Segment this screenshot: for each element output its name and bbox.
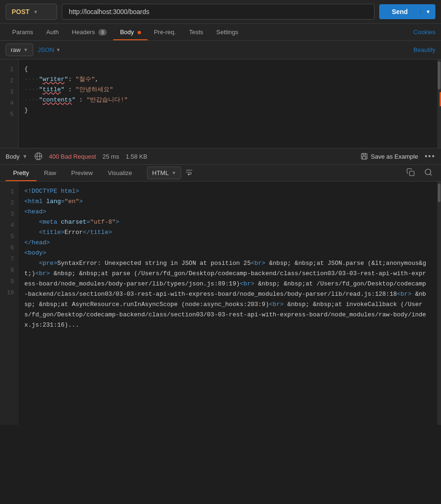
wrap-button[interactable] [181, 168, 197, 178]
response-tab-preview[interactable]: Preview [64, 165, 100, 181]
body-dropdown-label: Body [6, 153, 20, 160]
code-content[interactable]: { ····"writer": "철수", ····"title" : "안녕하… [19, 59, 441, 148]
code-line-5: } [24, 105, 441, 116]
resp-line-num-10: 10 [0, 287, 19, 299]
line-num-2: 2 [0, 75, 18, 87]
format-label: raw [11, 46, 21, 53]
response-body-dropdown[interactable]: Body ▼ [6, 153, 28, 160]
svg-point-5 [425, 169, 431, 175]
line-numbers: 1 2 3 4 5 [0, 59, 19, 148]
lang-chevron-icon: ▼ [56, 47, 61, 52]
resp-line-num-2: 2 [0, 197, 19, 209]
send-label: Send [379, 8, 420, 15]
tab-params[interactable]: Params [6, 24, 40, 40]
code-line-4: ····"contents" : "반갑습니다!" [24, 95, 441, 105]
code-line-3: ····"title" : "안녕하세요" [24, 85, 441, 95]
wrap-icon [185, 168, 193, 176]
resp-line-num-7: 7 [0, 254, 19, 265]
more-options-button[interactable]: ••• [425, 152, 435, 161]
tab-tests[interactable]: Tests [183, 24, 210, 40]
status-badge: 400 Bad Request [49, 153, 96, 160]
search-icon [424, 168, 433, 176]
line-num-4: 4 [0, 98, 18, 109]
method-chevron-icon: ▼ [33, 9, 38, 15]
response-tab-pretty[interactable]: Pretty [6, 165, 37, 181]
cookies-button[interactable]: Cookies [413, 29, 435, 36]
tab-headers[interactable]: Headers 8 [66, 24, 114, 40]
save-icon [360, 153, 368, 160]
search-button[interactable] [421, 168, 435, 178]
resp-line-7: </head> [24, 238, 441, 248]
send-button[interactable]: Send ▼ [379, 4, 435, 19]
resp-line-num-9: 9 [0, 276, 19, 287]
copy-button[interactable] [404, 168, 418, 178]
response-format-chevron-icon: ▼ [171, 170, 176, 175]
top-bar: POST ▼ Send ▼ [0, 0, 441, 24]
response-scrollbar-thumb [438, 183, 441, 202]
response-tab-raw[interactable]: Raw [37, 165, 64, 181]
body-toolbar: raw ▼ JSON ▼ Beautify [0, 41, 441, 59]
line-num-3: 3 [0, 87, 18, 98]
tab-auth[interactable]: Auth [40, 24, 66, 40]
code-line-1: { [24, 64, 441, 74]
tab-prereq[interactable]: Pre-req. [147, 24, 183, 40]
request-tabs: Params Auth Headers 8 Body Pre-req. Test… [0, 24, 441, 41]
format-chevron-icon: ▼ [23, 47, 28, 52]
response-size: 1.58 KB [125, 153, 147, 160]
code-line-2: ····"writer": "철수", [24, 74, 441, 85]
lang-dropdown[interactable]: JSON ▼ [38, 46, 61, 53]
line-num-5: 5 [0, 109, 18, 120]
globe-icon [34, 152, 43, 161]
resp-line-num-4: 4 [0, 220, 19, 231]
save-example-button[interactable]: Save as Example [360, 153, 418, 160]
resp-line-num-6: 6 [0, 242, 19, 254]
response-format-label: HTML [152, 169, 169, 176]
resp-line-5: <meta charset="utf-8"> [24, 217, 441, 227]
resp-line-1: <!DOCTYPE html> [24, 186, 441, 197]
format-dropdown[interactable]: raw ▼ [6, 44, 33, 56]
lang-label: JSON [38, 46, 54, 53]
resp-line-2: <html lang="en"> [24, 197, 441, 207]
body-chevron-icon: ▼ [22, 153, 28, 159]
tab-settings[interactable]: Settings [210, 24, 245, 40]
resp-line-9: <body> [24, 248, 441, 258]
response-time: 25 ms [103, 153, 119, 160]
line-num-1: 1 [0, 64, 18, 75]
svg-line-6 [430, 174, 431, 175]
url-input[interactable] [62, 4, 375, 20]
resp-line-num-3: 3 [0, 209, 19, 220]
send-chevron-icon: ▼ [420, 9, 435, 15]
resp-line-num-8: 8 [0, 265, 19, 276]
resp-line-num-1: 1 [0, 186, 19, 197]
save-example-label: Save as Example [371, 153, 418, 160]
editor-scrollbar-thumb [438, 61, 441, 89]
response-code-area: 1 2 3 4 5 6 7 8 9 10 <!DOCTYPE html> <ht… [0, 182, 441, 425]
response-tabs: Pretty Raw Preview Visualize HTML ▼ [0, 165, 441, 182]
response-format-dropdown[interactable]: HTML ▼ [147, 167, 181, 179]
method-dropdown[interactable]: POST ▼ [6, 4, 57, 20]
resp-line-num-5: 5 [0, 231, 19, 242]
body-dot-icon [138, 31, 141, 34]
headers-badge: 8 [98, 29, 107, 36]
copy-icon [406, 168, 415, 176]
response-scrollbar[interactable] [437, 182, 441, 425]
svg-rect-4 [410, 171, 414, 175]
response-bar: Body ▼ 400 Bad Request 25 ms 1.58 KB Sav… [0, 148, 441, 165]
resp-line-10: <pre>SyntaxError: Unexpected string in J… [24, 258, 427, 330]
beautify-button[interactable]: Beautify [413, 46, 435, 53]
response-content[interactable]: <!DOCTYPE html> <html lang="en"> <head> … [19, 182, 441, 425]
tab-body[interactable]: Body [113, 24, 147, 40]
resp-line-4: <head> [24, 207, 441, 217]
code-editor: 1 2 3 4 5 { ····"writer": "철수", ····"tit… [0, 59, 441, 148]
method-label: POST [12, 8, 29, 15]
response-actions [404, 168, 435, 178]
response-tab-visualize[interactable]: Visualize [100, 165, 140, 181]
resp-line-6: <title>Error</title> [24, 227, 441, 238]
response-line-numbers: 1 2 3 4 5 6 7 8 9 10 [0, 182, 19, 425]
